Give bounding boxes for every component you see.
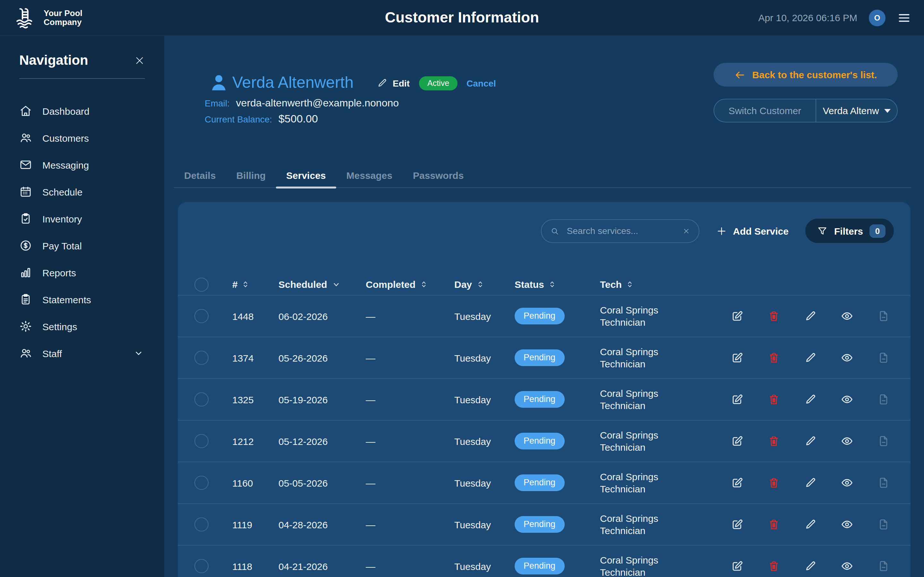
arrow-left-icon <box>734 69 746 81</box>
completed-date-cell: — <box>366 561 454 572</box>
eye-icon[interactable] <box>841 476 853 489</box>
plus-icon <box>716 226 727 236</box>
row-select-cell <box>194 476 232 490</box>
pencil-icon[interactable] <box>804 560 817 572</box>
top-bar: Your Pool Company Customer Information A… <box>0 0 924 36</box>
edit-square-icon[interactable] <box>731 309 744 322</box>
eye-icon[interactable] <box>841 560 853 572</box>
trash-icon[interactable] <box>767 518 780 531</box>
column-header-scheduled[interactable]: Scheduled <box>278 279 366 290</box>
column-header-label: Tech <box>600 278 633 290</box>
column-header-status[interactable]: Status <box>515 279 600 290</box>
eye-icon[interactable] <box>841 309 853 322</box>
column-header-completed[interactable]: Completed <box>366 279 454 290</box>
sidebar-item-messaging[interactable]: Messaging <box>19 151 145 178</box>
close-icon[interactable] <box>134 55 145 66</box>
column-header-tech[interactable]: Tech <box>600 278 717 290</box>
row-select-checkbox[interactable] <box>194 559 208 573</box>
edit-square-icon[interactable] <box>731 393 744 406</box>
edit-customer-button[interactable]: Edit <box>376 77 410 89</box>
search-input[interactable] <box>565 225 677 237</box>
service-status-cell: Pending <box>515 516 600 533</box>
sidebar-title: Navigation <box>19 53 88 68</box>
sidebar-item-dashboard[interactable]: Dashboard <box>19 97 145 124</box>
trash-icon[interactable] <box>767 476 780 489</box>
row-select-checkbox[interactable] <box>194 309 208 323</box>
file-icon[interactable] <box>877 560 890 572</box>
sidebar-item-reports[interactable]: Reports <box>19 259 145 286</box>
tab-billing[interactable]: Billing <box>226 163 276 187</box>
edit-square-icon[interactable] <box>731 435 744 448</box>
row-select-checkbox[interactable] <box>194 392 208 406</box>
file-icon[interactable] <box>877 518 890 531</box>
scheduled-date-cell: 06-02-2026 <box>278 311 366 322</box>
edit-square-icon[interactable] <box>731 476 744 489</box>
completed-date-cell: — <box>366 394 454 405</box>
clear-search-icon[interactable] <box>682 227 691 235</box>
service-day-cell: Tuesday <box>454 394 515 405</box>
row-select-cell <box>194 309 232 323</box>
add-service-button[interactable]: Add Service <box>716 226 788 236</box>
sidebar-item-staff[interactable]: Staff <box>19 340 145 367</box>
status-pending-badge: Pending <box>515 391 564 408</box>
status-pending-badge: Pending <box>515 516 564 533</box>
eye-icon[interactable] <box>841 518 853 531</box>
eye-icon[interactable] <box>841 435 853 448</box>
sidebar-item-inventory[interactable]: Inventory <box>19 205 145 232</box>
eye-icon[interactable] <box>841 351 853 364</box>
column-header-text: Status <box>515 279 544 290</box>
sidebar-item-label: Statements <box>42 294 91 305</box>
user-avatar[interactable]: O <box>869 9 885 26</box>
tab-passwords[interactable]: Passwords <box>403 163 474 187</box>
file-icon[interactable] <box>877 351 890 364</box>
row-select-checkbox[interactable] <box>194 476 208 490</box>
pencil-icon[interactable] <box>804 518 817 531</box>
sort-icon <box>421 279 426 289</box>
eye-icon[interactable] <box>841 393 853 406</box>
switch-customer-label[interactable]: Switch Customer <box>714 99 816 122</box>
tab-services[interactable]: Services <box>276 163 336 187</box>
service-id-cell: 1374 <box>232 352 278 363</box>
row-select-checkbox[interactable] <box>194 434 208 448</box>
trash-icon[interactable] <box>767 309 780 322</box>
tab-details[interactable]: Details <box>174 163 226 187</box>
row-select-checkbox[interactable] <box>194 351 208 365</box>
pencil-icon[interactable] <box>804 351 817 364</box>
tab-messages[interactable]: Messages <box>336 163 403 187</box>
pencil-icon[interactable] <box>804 435 817 448</box>
select-all-checkbox[interactable] <box>194 277 208 292</box>
app-window: Your Pool Company Customer Information A… <box>0 0 924 577</box>
pencil-icon[interactable] <box>804 393 817 406</box>
clipboard-check-icon <box>19 212 32 225</box>
sidebar-item-statements[interactable]: Statements <box>19 286 145 313</box>
sidebar-item-settings[interactable]: Settings <box>19 313 145 340</box>
sidebar-item-schedule[interactable]: Schedule <box>19 178 145 205</box>
back-to-customers-button[interactable]: Back to the customer's list. <box>714 63 898 87</box>
edit-square-icon[interactable] <box>731 351 744 364</box>
file-icon[interactable] <box>877 435 890 448</box>
column-header-[interactable]: # <box>232 279 278 290</box>
trash-icon[interactable] <box>767 393 780 406</box>
sidebar-item-pay-total[interactable]: Pay Total <box>19 232 145 259</box>
row-select-checkbox[interactable] <box>194 517 208 532</box>
file-icon[interactable] <box>877 476 890 489</box>
filters-button[interactable]: Filters 0 <box>805 219 894 243</box>
trash-icon[interactable] <box>767 435 780 448</box>
hamburger-menu-icon[interactable] <box>897 11 911 25</box>
pencil-icon[interactable] <box>804 476 817 489</box>
brand: Your Pool Company <box>13 5 82 31</box>
home-icon <box>19 105 32 117</box>
file-icon[interactable] <box>877 393 890 406</box>
trash-icon[interactable] <box>767 560 780 572</box>
pencil-icon[interactable] <box>804 309 817 322</box>
sidebar-item-customers[interactable]: Customers <box>19 124 145 151</box>
column-header-day[interactable]: Day <box>454 279 515 290</box>
trash-icon[interactable] <box>767 351 780 364</box>
switch-customer-control[interactable]: Switch Customer Verda Altenw <box>714 99 898 122</box>
brand-line1: Your Pool <box>44 8 82 18</box>
file-icon[interactable] <box>877 309 890 322</box>
customer-select-dropdown[interactable]: Verda Altenw <box>816 99 897 122</box>
cancel-link[interactable]: Cancel <box>467 78 496 89</box>
edit-square-icon[interactable] <box>731 518 744 531</box>
edit-square-icon[interactable] <box>731 560 744 572</box>
